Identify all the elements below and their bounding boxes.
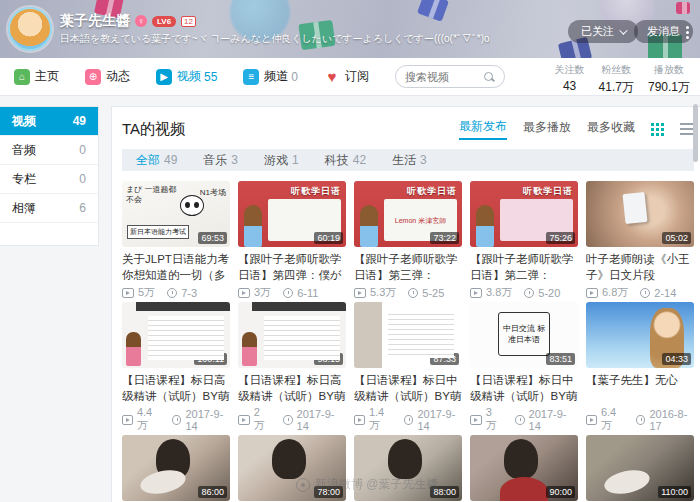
- username[interactable]: 葉子先生醬: [60, 12, 130, 30]
- video-card[interactable]: 86:00 【日语课程】标日初级精讲BY萌萌哒葉子先生（第四十八课） 4.1万2…: [122, 435, 230, 502]
- sidebar-item-articles[interactable]: 专栏 0: [0, 165, 98, 194]
- video-meta: 3万2017-9-14: [470, 406, 578, 433]
- video-card[interactable]: 87:33 【日语课程】标日中级精讲（试听）BY萌萌哒葉子先生（第一 1.4万2…: [354, 302, 462, 433]
- search-input[interactable]: [405, 71, 477, 83]
- video-card[interactable]: まび 一道题都不会 N1考场 新日本语能力考试 69:53 关于JLPT日语能力…: [122, 181, 230, 300]
- play-count: 6.8万: [602, 285, 628, 300]
- sort-most-favorited[interactable]: 最多收藏: [587, 119, 635, 139]
- video-title[interactable]: 【日语课程】标日高级精讲（试听）BY萌萌哒葉子先生（第二: [122, 372, 230, 404]
- stat-followers[interactable]: 粉丝数 41.7万: [599, 63, 634, 96]
- scrollbar[interactable]: [693, 104, 698, 162]
- video-title[interactable]: 【日语课程】标日中级精讲（试听）BY萌萌哒葉子先生（第一: [354, 372, 462, 404]
- filter-life[interactable]: 生活3: [392, 152, 427, 169]
- video-title[interactable]: 【日语课程】标日中级精讲（试听）BY萌萌哒葉子先生（第一: [470, 372, 578, 404]
- duration-badge: 60:19: [314, 232, 343, 244]
- anime-girl-art: [360, 205, 378, 247]
- list-view-icon[interactable]: [680, 123, 694, 135]
- nav-dynamics[interactable]: ⊕ 动态: [85, 68, 130, 85]
- category-filterbar: 全部49 音乐3 游戏1 科技42 生活3: [122, 149, 694, 171]
- video-card[interactable]: 听歌学日语 60:19 【跟叶子老师听歌学日语】第四弹：僕が死のうと思ったのは …: [238, 181, 346, 300]
- more-options-button[interactable]: [680, 22, 694, 42]
- filter-music[interactable]: 音乐3: [203, 152, 238, 169]
- play-count-icon: [122, 415, 133, 425]
- video-card[interactable]: 04:33 【葉子先生】无心 6.4万2016-8-17: [586, 302, 694, 433]
- video-card[interactable]: 听歌学日语 Lemon 米津玄師 73:22 【跟叶子老师听歌学日语】第三弹：L…: [354, 181, 462, 300]
- video-thumbnail[interactable]: 听歌学日语 Lemon 米津玄師 73:22: [354, 181, 462, 247]
- video-thumbnail[interactable]: 听歌学日语 75:26: [470, 181, 578, 247]
- video-thumbnail[interactable]: 100:11: [122, 302, 230, 368]
- upload-date: 2017-9-14: [529, 408, 578, 432]
- heart-icon: ♥: [324, 69, 340, 85]
- upload-date: 2-14: [654, 287, 676, 299]
- content-sidebar: 视频 49 音频 0 专栏 0 相簿 6: [0, 106, 99, 246]
- sort-newest[interactable]: 最新发布: [459, 118, 507, 140]
- sort-most-played[interactable]: 最多播放: [523, 119, 571, 139]
- search-box[interactable]: [395, 65, 505, 88]
- video-thumbnail[interactable]: 98:15: [238, 302, 346, 368]
- video-title[interactable]: 【跟叶子老师听歌学日语】第二弹：secret base~君がくれた: [470, 251, 578, 283]
- upload-date: 2017-9-14: [185, 408, 230, 432]
- nav-channels[interactable]: ≡ 频道 0: [243, 68, 298, 85]
- duration-badge: 90:00: [546, 486, 575, 498]
- video-meta: 3.8万5-20: [470, 285, 578, 300]
- play-count-icon: [354, 288, 366, 298]
- video-title[interactable]: 【跟叶子老师听歌学日语】第三弹：Lemon: [354, 251, 462, 283]
- search-icon[interactable]: [483, 71, 495, 83]
- video-card[interactable]: 中日交流 标准日本语 83:51 【日语课程】标日中级精讲（试听）BY萌萌哒葉子…: [470, 302, 578, 433]
- video-card[interactable]: 90:00 【日语课程】标日初级精讲BY萌萌哒葉子先生（第四十五课） 98912…: [470, 435, 578, 502]
- gender-icon: ♀: [135, 15, 147, 27]
- video-thumbnail[interactable]: 中日交流 标准日本语 83:51: [470, 302, 578, 368]
- play-count-icon: [470, 288, 482, 298]
- video-title[interactable]: 【日语课程】标日高级精讲（试听）BY萌萌哒葉子先生（第一: [238, 372, 346, 404]
- stat-following[interactable]: 关注数 43: [555, 63, 585, 96]
- video-section: TA的视频 最新发布 最多播放 最多收藏 全部49 音乐3 游戏1 科技42 生…: [111, 106, 700, 502]
- anime-girl-art: [244, 205, 262, 247]
- video-card[interactable]: 听歌学日语 75:26 【跟叶子老师听歌学日语】第二弹：secret base~…: [470, 181, 578, 300]
- nav-videos-count: 55: [204, 70, 217, 84]
- grid-view-icon[interactable]: [651, 123, 664, 136]
- fan-badge: 12: [181, 16, 196, 27]
- channel-icon: ≡: [243, 69, 259, 85]
- video-grid: まび 一道题都不会 N1考场 新日本语能力考试 69:53 关于JLPT日语能力…: [122, 181, 694, 502]
- play-count-icon: [238, 288, 250, 298]
- video-thumbnail[interactable]: まび 一道题都不会 N1考场 新日本语能力考试 69:53: [122, 181, 230, 247]
- filter-all[interactable]: 全部49: [136, 152, 177, 169]
- video-icon: ▶: [156, 69, 172, 85]
- gift-decoration: [676, 2, 690, 14]
- video-thumbnail[interactable]: 87:33: [354, 302, 462, 368]
- video-thumbnail[interactable]: 110:00: [586, 435, 694, 501]
- video-meta: 1.4万2017-9-14: [354, 406, 462, 433]
- video-thumbnail[interactable]: 90:00: [470, 435, 578, 501]
- video-card[interactable]: 100:11 【日语课程】标日高级精讲（试听）BY萌萌哒葉子先生（第二 4.4万…: [122, 302, 230, 433]
- upload-date: 5-25: [422, 287, 444, 299]
- profile-banner: 葉子先生醬 ♀ LV6 12 日本語を教えている葉子です~ヾ ヿーみんなと仲良く…: [0, 0, 700, 58]
- sidebar-item-videos[interactable]: 视频 49: [0, 107, 98, 136]
- video-card[interactable]: 110:00 【日语课程】标日初级精讲BY萌萌哒葉子先生（第四十四课） 1.6万…: [586, 435, 694, 502]
- nav-videos[interactable]: ▶ 视频 55: [156, 68, 217, 85]
- video-thumbnail[interactable]: 04:33: [586, 302, 694, 368]
- sidebar-item-albums[interactable]: 相簿 6: [0, 194, 98, 223]
- video-title[interactable]: 叶子老师朗读《小王子》日文片段: [586, 251, 694, 283]
- nav-home[interactable]: ⌂ 主页: [14, 68, 59, 85]
- video-meta: 6.4万2016-8-17: [586, 406, 694, 433]
- video-card[interactable]: 98:15 【日语课程】标日高级精讲（试听）BY萌萌哒葉子先生（第一 2万201…: [238, 302, 346, 433]
- filter-tech[interactable]: 科技42: [325, 152, 366, 169]
- video-thumbnail[interactable]: 05:02: [586, 181, 694, 247]
- avatar[interactable]: [8, 7, 52, 51]
- followed-button[interactable]: 已关注: [568, 20, 638, 43]
- stat-plays[interactable]: 播放数 790.1万: [648, 63, 690, 96]
- book-art: [622, 192, 647, 224]
- filter-games[interactable]: 游戏1: [264, 152, 299, 169]
- nav-subscriptions[interactable]: ♥ 订阅: [324, 68, 369, 85]
- date-icon: [640, 288, 650, 298]
- play-count: 3万: [486, 406, 503, 433]
- video-card[interactable]: 05:02 叶子老师朗读《小王子》日文片段 6.8万2-14: [586, 181, 694, 300]
- sidebar-item-audio[interactable]: 音频 0: [0, 136, 98, 165]
- video-title[interactable]: 【葉子先生】无心: [586, 372, 694, 404]
- play-count: 3.8万: [486, 285, 512, 300]
- play-count-icon: [238, 415, 250, 425]
- video-thumbnail[interactable]: 听歌学日语 60:19: [238, 181, 346, 247]
- video-title[interactable]: 关于JLPT日语能力考你想知道的一切（多P）: [122, 251, 230, 283]
- video-title[interactable]: 【跟叶子老师听歌学日语】第四弹：僕が死のうと思ったのは: [238, 251, 346, 283]
- video-thumbnail[interactable]: 86:00: [122, 435, 230, 501]
